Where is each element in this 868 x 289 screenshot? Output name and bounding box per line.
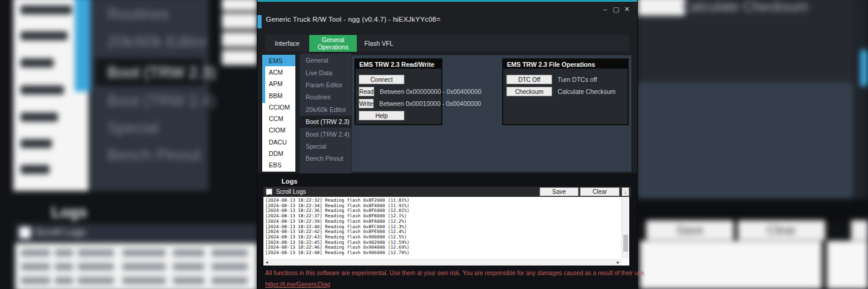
help-button[interactable]: Help bbox=[359, 111, 404, 120]
minimize-button[interactable]: – bbox=[600, 5, 611, 14]
bg-blur-button bbox=[222, 50, 257, 65]
operations-menu-item[interactable]: Boot (TRW 2.3) bbox=[300, 116, 351, 128]
scroll-logs-label: Scroll Logs bbox=[276, 188, 306, 195]
scroll-logs-checkbox[interactable]: ✔ bbox=[266, 188, 272, 195]
bg-blur-log-blob bbox=[21, 277, 50, 284]
bg-blur-log-blob bbox=[21, 263, 50, 270]
bg-blur-log-blob bbox=[55, 249, 73, 256]
dtc-off-button[interactable]: DTC Off bbox=[506, 75, 552, 84]
bg-blur-right-low bbox=[637, 199, 868, 222]
help-row: Help bbox=[359, 110, 441, 122]
file-operations-panel: EMS TRW 2.3 File Operations DTC Off Turn… bbox=[502, 58, 629, 125]
clear-button[interactable]: Clear bbox=[580, 187, 620, 196]
log-horizontal-scrollbar[interactable]: ◄ ► bbox=[263, 259, 621, 266]
bg-blur-log-blob bbox=[55, 277, 73, 284]
operations-menu-item[interactable]: 20k/60k Editor bbox=[300, 104, 351, 116]
bg-blur-button bbox=[851, 220, 868, 240]
module-list-item[interactable]: EBS bbox=[265, 160, 295, 171]
window-title: Generic Truck R/W Tool - ngg (v0.4.7) - … bbox=[266, 16, 441, 23]
bg-blur-button bbox=[222, 32, 257, 47]
module-list-item[interactable]: BBM bbox=[265, 90, 295, 101]
window-controls: – ▢ ✕ bbox=[600, 5, 632, 14]
operations-menu-item[interactable]: Live Data bbox=[300, 66, 351, 78]
log-line: [2024-08-13 18:22:48] Reading flash 0x90… bbox=[265, 250, 620, 256]
bg-blur-menu-item: Routines bbox=[107, 5, 169, 23]
bg-blur-scrollbar-thumb bbox=[860, 50, 868, 86]
operations-menu-item[interactable]: General bbox=[300, 54, 351, 66]
bg-blur-button bbox=[222, 13, 257, 29]
log-lines: [2024-08-13 18:22:32] Reading flash 0x8F… bbox=[265, 198, 620, 259]
module-list-item[interactable]: CIOM bbox=[265, 125, 295, 136]
checksum-label: Calculate Checksum bbox=[558, 88, 615, 95]
checksum-button[interactable]: Checksum bbox=[506, 87, 552, 96]
close-button[interactable]: ✕ bbox=[621, 5, 632, 14]
save-button[interactable]: Save bbox=[539, 187, 579, 196]
bg-blur-log-area bbox=[15, 243, 257, 289]
read-write-panel-body: Connect Read Between 0x00000000 - 0x0040… bbox=[356, 69, 441, 122]
module-list-item[interactable]: APM bbox=[265, 78, 295, 90]
module-list-item[interactable]: ACM bbox=[265, 66, 295, 78]
tab-interface[interactable]: Interface bbox=[265, 35, 309, 52]
bg-blur-menu-item-label: Boot (TRW 2.3) bbox=[107, 63, 216, 82]
bg-blur-text-blob bbox=[20, 165, 49, 174]
tab-bar: Interface General Operations Flash VFL bbox=[265, 35, 629, 52]
tab-general-operations[interactable]: General Operations bbox=[309, 35, 357, 52]
bg-blur-log-blob bbox=[212, 249, 248, 256]
operations-menu-item[interactable]: Boot (TRW 2.4) bbox=[300, 128, 351, 140]
bg-blur-log-blob bbox=[78, 263, 114, 270]
bg-blur-log-blob bbox=[173, 263, 204, 270]
bg-blur-button bbox=[222, 0, 257, 11]
scroll-right-icon[interactable]: ► bbox=[616, 260, 620, 264]
operations-menu-item[interactable]: Routines bbox=[300, 91, 351, 103]
scroll-left-icon[interactable]: ◄ bbox=[265, 260, 269, 264]
log-vertical-scrollbar[interactable] bbox=[621, 197, 629, 259]
connect-row: Connect bbox=[359, 73, 441, 85]
bg-blur-log-blob bbox=[78, 277, 114, 284]
operations-menu-item[interactable]: Param Editor bbox=[300, 79, 351, 91]
scroll-to-bottom-button[interactable]: ↓ bbox=[621, 187, 629, 196]
module-list-item[interactable]: EMS bbox=[265, 55, 295, 66]
module-list-item[interactable]: CCM bbox=[265, 113, 295, 124]
title-bar[interactable]: Generic Truck R/W Tool - ngg (v0.4.7) - … bbox=[257, 2, 637, 33]
maximize-button[interactable]: ▢ bbox=[611, 5, 621, 14]
bg-blur-text-blob bbox=[20, 31, 68, 40]
module-list-item[interactable]: DDM bbox=[265, 148, 295, 159]
read-range-label: Between 0x00000000 - 0x00400000 bbox=[380, 88, 482, 95]
bg-blur-log-blob bbox=[173, 249, 204, 256]
operations-menu-item[interactable]: Bench Pinout bbox=[300, 152, 351, 164]
operations-menu-item[interactable]: Special bbox=[300, 140, 351, 152]
boot-trw23-page: EMS TRW 2.3 Read/Write Connect Read Betw… bbox=[351, 55, 632, 172]
telegram-link[interactable]: https://t.me/GenericDiag bbox=[265, 281, 330, 288]
bg-blur-button bbox=[638, 0, 685, 16]
log-output[interactable]: [2024-08-13 18:22:32] Reading flash 0x8F… bbox=[263, 197, 629, 266]
operations-menu: GeneralLive DataParam EditorRoutines20k/… bbox=[300, 54, 351, 173]
dtc-off-row: DTC Off Turn DTCs off bbox=[506, 73, 627, 85]
content-area: EMSACMAPMBBMCCIOMCCMCIOMDACUDDMEBS Gener… bbox=[257, 54, 637, 173]
bg-blur-log-area bbox=[640, 241, 868, 289]
bg-blur-save-button: Save bbox=[646, 220, 734, 240]
app-icon bbox=[257, 15, 262, 28]
bg-blur-menu-item: Bench Pinout bbox=[107, 146, 201, 164]
bg-blur-text-blob bbox=[20, 58, 54, 67]
read-write-panel-title: EMS TRW 2.3 Read/Write bbox=[356, 60, 441, 69]
write-button[interactable]: Write bbox=[359, 99, 374, 108]
connect-button[interactable]: Connect bbox=[359, 75, 404, 84]
bg-blur-menu-item: Boot (TRW 2.4) bbox=[107, 92, 216, 110]
module-list-item[interactable]: CCIOM bbox=[265, 101, 295, 113]
checksum-row: Checksum Calculate Checksum bbox=[506, 85, 627, 98]
bg-blur-log-blob bbox=[212, 263, 248, 270]
module-list-item[interactable]: DACU bbox=[265, 136, 295, 148]
log-vertical-scrollbar-thumb[interactable] bbox=[623, 235, 628, 252]
read-write-panel: EMS TRW 2.3 Read/Write Connect Read Betw… bbox=[354, 58, 442, 125]
bg-blur-log-blob bbox=[78, 249, 114, 256]
bg-blur-logs-title: Logs bbox=[51, 204, 87, 221]
disclaimer-text: All functions in this software are exper… bbox=[265, 270, 646, 276]
read-button[interactable]: Read bbox=[359, 87, 374, 96]
write-range-label: Between 0x00010000 - 0x00400000 bbox=[379, 100, 481, 107]
app-window: Generic Truck R/W Tool - ngg (v0.4.7) - … bbox=[257, 0, 637, 289]
bg-blur-text-blob bbox=[20, 139, 52, 148]
tab-flash-vfl[interactable]: Flash VFL bbox=[357, 35, 401, 52]
logs-section: Logs ✔ Scroll Logs Save Clear ↓ [2024-08… bbox=[257, 173, 637, 289]
read-row: Read Between 0x00000000 - 0x00400000 bbox=[359, 85, 441, 98]
bg-blur-text-blob bbox=[20, 113, 58, 122]
